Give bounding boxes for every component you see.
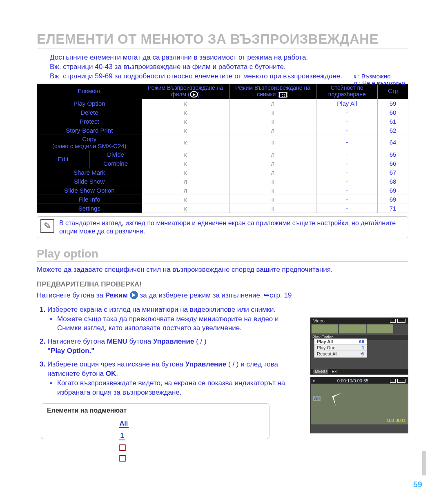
legend-possible: к : Възможно [354, 73, 405, 80]
bullet: Вж. страници 40-43 за възпроизвеждане на… [37, 62, 408, 72]
icon-play-one: 1 [119, 432, 125, 440]
th-element: Елемент [37, 84, 142, 99]
row-name: Slide Show [37, 177, 142, 186]
card-icon [390, 319, 396, 323]
menu-badge: MENU [313, 369, 328, 374]
row-sub: Combine [89, 159, 142, 168]
th-film: Режим Възпроизвеждане на филм () [142, 84, 229, 99]
icon-repeat-one [119, 455, 126, 462]
submenu-box: Елементи на подменюат All 1 [41, 403, 270, 439]
bullet: Вж. страници 59-69 за подробности относн… [37, 72, 408, 81]
page-tab [422, 451, 426, 475]
row-name: Share Mark [37, 168, 142, 177]
page-number: 59 [413, 480, 422, 489]
icon-repeat-all [119, 444, 126, 451]
intro-bullets: Достъпните елементи могат да са различни… [37, 53, 408, 81]
play-all-indicator: All [313, 396, 321, 401]
camera-screenshots: Video Play Option Play AllAll Play One1 … [310, 317, 408, 436]
row-group: Edit [37, 150, 89, 168]
section-title: Play option [37, 247, 408, 262]
time-display: 0:00:10/0:00:35 [337, 378, 368, 383]
menu-items-table: Елемент Режим Възпроизвеждане на филм ()… [37, 84, 408, 213]
mode-icon [130, 291, 138, 299]
film-icon [190, 91, 198, 98]
step-1-sub: Можете също така да превключвате между м… [47, 315, 302, 333]
battery-icon [397, 379, 405, 383]
step-2: Натиснете бутона MENU бутона Управление … [47, 337, 302, 356]
row-name: File Info [37, 195, 142, 204]
note-text: В стандартен изглед, изглед по миниатюри… [59, 220, 396, 235]
step-3: Изберете опция чрез натискане на бутона … [47, 360, 302, 397]
cursor-icon [332, 393, 345, 406]
note-icon: ✎ [40, 219, 54, 233]
row-name: Slide Show Option [37, 186, 142, 195]
row-name: Play Option [37, 99, 142, 108]
legend-not-possible: л : Не е възможно [354, 80, 405, 87]
row-name: Delete [37, 108, 142, 117]
icon-play-all: All [119, 420, 129, 428]
row-sub: Divide [89, 150, 142, 159]
card-icon [390, 379, 396, 383]
lead-text: Можете да задавате специфичен стил на въ… [37, 266, 408, 274]
precheck-text: Натиснете бутона за Режим за да изберете… [37, 291, 408, 300]
thumb [312, 324, 338, 333]
scr1-title: Video [313, 318, 325, 323]
steps-list: Изберете екрана с изглед на миниатюри на… [37, 305, 302, 397]
step-1: Изберете екрана с изглед на миниатюри на… [47, 305, 302, 333]
note-box: ✎ В стандартен изглед, изглед по миниатю… [37, 216, 408, 238]
exit-label: Exit [332, 369, 339, 374]
row-name: Protect [37, 117, 142, 126]
row-name: Story-Board Print [37, 126, 142, 135]
clip-number: 100-0001 [387, 418, 406, 423]
screenshot-menu: Video Play Option Play AllAll Play One1 … [310, 317, 408, 375]
popup-menu: Play AllAll Play One1 Repeat All⟲ [314, 338, 367, 358]
page-title: ЕЛЕМЕНТИ ОТ МЕНЮТО ЗА ВЪЗПРОИЗВЕЖДАНЕ [37, 31, 408, 49]
row-name: Settings [37, 204, 142, 213]
row-name: Copy (само с модели SMX-C24) [37, 135, 142, 150]
precheck-label: ПРЕДВАРИТЕЛНА ПРОВЕРКА! [37, 280, 408, 289]
step-3-sub: Когато възпроизвеждате видето, на екрана… [47, 379, 302, 397]
submenu-title: Елементи на подменюат [47, 407, 263, 414]
play-icon: ▸ [313, 378, 316, 383]
th-photo: Режим Възпроизвеждане на снимки () [229, 84, 316, 99]
bullet: Достъпните елементи могат да са различни… [37, 53, 408, 62]
photo-icon [279, 92, 287, 98]
screenshot-playback: ▸ 0:00:10/0:00:35 All 100-0001 [310, 377, 408, 433]
battery-icon [397, 319, 405, 323]
legend: к : Възможно л : Не е възможно [354, 73, 405, 87]
